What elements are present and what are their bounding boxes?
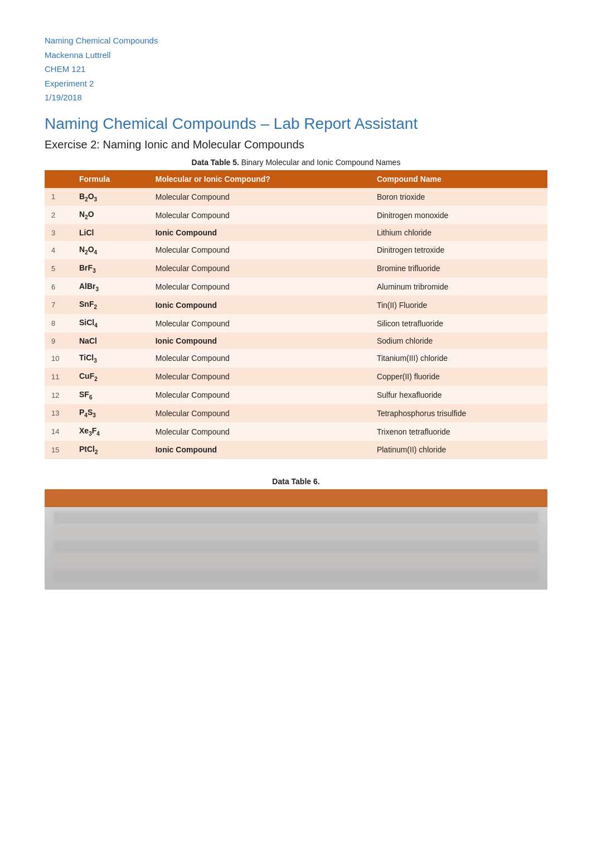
cell-compound-name: Platinum(II) chloride [370, 441, 547, 459]
page-main-title: Naming Chemical Compounds – Lab Report A… [45, 115, 547, 133]
cell-formula: SF6 [72, 386, 149, 404]
cell-num: 13 [45, 404, 72, 422]
cell-num: 7 [45, 296, 72, 314]
cell-formula: NaCl [72, 332, 149, 349]
table6-header-bar [45, 489, 547, 507]
cell-compound-name: Boron trioxide [370, 188, 547, 206]
table-row: 9NaClIonic CompoundSodium chloride [45, 332, 547, 349]
table5-header: Formula Molecular or Ionic Compound? Com… [45, 170, 547, 188]
table-row: 3LiClIonic CompoundLithium chloride [45, 224, 547, 241]
table-row: 1B2O3Molecular CompoundBoron trioxide [45, 188, 547, 206]
table5-caption-rest: Binary Molecular and Ionic Compound Name… [239, 158, 400, 167]
cell-num: 8 [45, 314, 72, 332]
table5-body: 1B2O3Molecular CompoundBoron trioxide2N2… [45, 188, 547, 459]
cell-formula: LiCl [72, 224, 149, 241]
cell-num: 1 [45, 188, 72, 206]
cell-type: Molecular Compound [149, 422, 370, 441]
table-row: 5BrF3Molecular CompoundBromine trifluori… [45, 259, 547, 278]
cell-formula: TiCl3 [72, 349, 149, 368]
cell-formula: N2O4 [72, 241, 149, 259]
cell-type: Molecular Compound [149, 278, 370, 296]
exercise-subtitle: Exercise 2: Naming Ionic and Molecular C… [45, 138, 547, 151]
table6-blur-row-2 [54, 526, 538, 538]
cell-formula: PtCl2 [72, 441, 149, 459]
cell-formula: P4S3 [72, 404, 149, 422]
cell-formula: Xe3F4 [72, 422, 149, 441]
cell-type: Molecular Compound [149, 206, 370, 224]
cell-compound-name: Dinitrogen monoxide [370, 206, 547, 224]
cell-num: 4 [45, 241, 72, 259]
cell-formula: SnF2 [72, 296, 149, 314]
cell-type: Ionic Compound [149, 296, 370, 314]
cell-type: Molecular Compound [149, 368, 370, 386]
table-row: 2N2OMolecular CompoundDinitrogen monoxid… [45, 206, 547, 224]
cell-compound-name: Tetraphosphorus trisulfide [370, 404, 547, 422]
cell-formula: AlBr3 [72, 278, 149, 296]
cell-compound-name: Lithium chloride [370, 224, 547, 241]
cell-num: 12 [45, 386, 72, 404]
cell-type: Molecular Compound [149, 188, 370, 206]
cell-type: Molecular Compound [149, 314, 370, 332]
cell-compound-name: Silicon tetrafluoride [370, 314, 547, 332]
cell-num: 11 [45, 368, 72, 386]
link-title[interactable]: Naming Chemical Compounds [45, 33, 547, 48]
cell-compound-name: Trixenon tetrafluoride [370, 422, 547, 441]
cell-num: 2 [45, 206, 72, 224]
cell-formula: BrF3 [72, 259, 149, 278]
table5-caption: Data Table 5. Binary Molecular and Ionic… [45, 158, 547, 167]
link-date[interactable]: 1/19/2018 [45, 90, 547, 105]
cell-type: Molecular Compound [149, 386, 370, 404]
cell-compound-name: Tin(II) Fluoride [370, 296, 547, 314]
link-author[interactable]: Mackenna Luttrell [45, 48, 547, 62]
table5-caption-bold: Data Table 5. [192, 158, 239, 167]
table6-caption-bold: Data Table 6. [272, 477, 319, 486]
table-row: 12SF6Molecular CompoundSulfur hexafluori… [45, 386, 547, 404]
table-row: 13P4S3Molecular CompoundTetraphosphorus … [45, 404, 547, 422]
cell-num: 15 [45, 441, 72, 459]
cell-compound-name: Sodium chloride [370, 332, 547, 349]
cell-type: Molecular Compound [149, 404, 370, 422]
cell-type: Molecular Compound [149, 349, 370, 368]
cell-compound-name: Bromine trifluoride [370, 259, 547, 278]
cell-compound-name: Copper(II) fluoride [370, 368, 547, 386]
table6-section: Data Table 6. [45, 477, 547, 590]
link-experiment[interactable]: Experiment 2 [45, 76, 547, 91]
table-row: 10TiCl3Molecular CompoundTitanium(III) c… [45, 349, 547, 368]
table-row: 8SiCl4Molecular CompoundSilicon tetraflu… [45, 314, 547, 332]
table6-blur-row-5 [54, 570, 538, 582]
cell-formula: CuF2 [72, 368, 149, 386]
cell-num: 9 [45, 332, 72, 349]
table6-blur-row-1 [54, 512, 538, 524]
cell-compound-name: Titanium(III) chloride [370, 349, 547, 368]
col-header-num [45, 170, 72, 188]
table6-caption: Data Table 6. [45, 477, 547, 486]
cell-type: Molecular Compound [149, 241, 370, 259]
col-header-formula: Formula [72, 170, 149, 188]
table-row: 7SnF2Ionic CompoundTin(II) Fluoride [45, 296, 547, 314]
cell-formula: B2O3 [72, 188, 149, 206]
cell-compound-name: Dinitrogen tetroxide [370, 241, 547, 259]
table-row: 4N2O4Molecular CompoundDinitrogen tetrox… [45, 241, 547, 259]
header-info: Naming Chemical Compounds Mackenna Luttr… [45, 33, 547, 105]
table-row: 11CuF2Molecular CompoundCopper(II) fluor… [45, 368, 547, 386]
cell-num: 10 [45, 349, 72, 368]
col-header-name: Compound Name [370, 170, 547, 188]
cell-formula: N2O [72, 206, 149, 224]
cell-compound-name: Sulfur hexafluoride [370, 386, 547, 404]
data-table-5: Formula Molecular or Ionic Compound? Com… [45, 170, 547, 459]
cell-num: 6 [45, 278, 72, 296]
table-row: 15PtCl2Ionic CompoundPlatinum(II) chlori… [45, 441, 547, 459]
cell-type: Ionic Compound [149, 332, 370, 349]
col-header-type: Molecular or Ionic Compound? [149, 170, 370, 188]
cell-type: Ionic Compound [149, 441, 370, 459]
table-row: 6AlBr3Molecular CompoundAluminum tribrom… [45, 278, 547, 296]
cell-compound-name: Aluminum tribromide [370, 278, 547, 296]
cell-num: 3 [45, 224, 72, 241]
cell-type: Molecular Compound [149, 259, 370, 278]
table-row: 14Xe3F4Molecular CompoundTrixenon tetraf… [45, 422, 547, 441]
cell-num: 5 [45, 259, 72, 278]
cell-num: 14 [45, 422, 72, 441]
cell-formula: SiCl4 [72, 314, 149, 332]
table6-blur-row-4 [54, 555, 538, 567]
link-course[interactable]: CHEM 121 [45, 62, 547, 76]
